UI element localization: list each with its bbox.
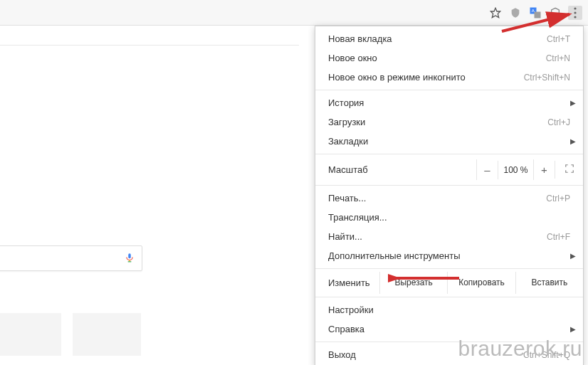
menu-shortcut: Ctrl+F xyxy=(547,232,570,242)
menu-help[interactable]: Справка ▶ xyxy=(315,319,583,339)
shield-grey-icon[interactable] xyxy=(508,6,523,20)
cut-button[interactable]: Вырезать xyxy=(379,272,447,294)
svg-text:A: A xyxy=(532,9,535,13)
menu-label: Справка xyxy=(328,324,364,334)
menu-label: Новая вкладка xyxy=(328,33,392,44)
watermark: brauzerok.ru xyxy=(458,337,582,361)
browser-toolbar: A xyxy=(0,0,588,26)
menu-separator xyxy=(315,268,583,269)
menu-label: Закладки xyxy=(328,136,368,147)
menu-print[interactable]: Печать... Ctrl+P xyxy=(315,189,583,208)
star-icon[interactable] xyxy=(488,6,503,20)
svg-point-4 xyxy=(574,7,576,9)
menu-separator xyxy=(315,297,583,297)
submenu-arrow-icon: ▶ xyxy=(570,137,576,145)
zoom-in-button[interactable]: + xyxy=(533,159,555,180)
submenu-arrow-icon: ▶ xyxy=(570,325,576,333)
menu-history[interactable]: История ▶ xyxy=(315,93,583,112)
address-strip xyxy=(0,26,299,46)
shield-outline-icon[interactable] xyxy=(548,6,562,20)
menu-edit: Изменить Вырезать Копировать Вставить xyxy=(315,272,583,294)
paste-button[interactable]: Вставить xyxy=(515,272,583,294)
menu-cast[interactable]: Трансляция... xyxy=(315,208,583,227)
mic-icon[interactable] xyxy=(125,250,135,267)
svg-rect-2 xyxy=(535,11,541,18)
menu-find[interactable]: Найти... Ctrl+F xyxy=(315,227,583,246)
search-box[interactable] xyxy=(0,245,142,271)
zoom-label: Масштаб xyxy=(328,164,476,175)
menu-separator xyxy=(315,154,583,154)
menu-label: История xyxy=(328,97,364,108)
zoom-value: 100 % xyxy=(498,161,533,179)
menu-label: Трансляция... xyxy=(328,212,387,223)
menu-new-window[interactable]: Новое окно Ctrl+N xyxy=(315,48,583,68)
svg-point-5 xyxy=(574,11,576,14)
translate-icon[interactable]: A xyxy=(528,6,542,20)
submenu-arrow-icon: ▶ xyxy=(570,252,576,260)
menu-zoom: Масштаб – 100 % + xyxy=(315,157,583,182)
menu-label: Настройки xyxy=(328,305,374,315)
svg-rect-7 xyxy=(128,253,131,258)
menu-label: Загрузки xyxy=(328,117,365,127)
menu-label: Новое окно xyxy=(328,53,377,63)
menu-downloads[interactable]: Загрузки Ctrl+J xyxy=(315,112,583,132)
menu-shortcut: Ctrl+T xyxy=(547,34,570,44)
fullscreen-button[interactable] xyxy=(555,161,583,179)
menu-settings[interactable]: Настройки xyxy=(315,300,583,319)
page-link-fragment[interactable]: на xyxy=(0,233,27,245)
menu-more-tools[interactable]: Дополнительные инструменты ▶ xyxy=(315,246,583,265)
browser-menu: Новая вкладка Ctrl+T Новое окно Ctrl+N Н… xyxy=(315,26,584,365)
kebab-icon[interactable] xyxy=(568,6,582,20)
menu-label: Новое окно в режиме инкогнито xyxy=(328,72,466,83)
menu-bookmarks[interactable]: Закладки ▶ xyxy=(315,132,583,151)
copy-button[interactable]: Копировать xyxy=(447,272,515,294)
menu-shortcut: Ctrl+N xyxy=(546,53,570,63)
menu-label: Выход xyxy=(328,349,356,360)
menu-separator xyxy=(315,185,583,186)
menu-shortcut: Ctrl+J xyxy=(547,117,570,127)
page-content-fragment: на xyxy=(0,185,27,235)
menu-shortcut: Ctrl+P xyxy=(546,194,570,203)
svg-marker-0 xyxy=(490,8,500,17)
menu-separator xyxy=(315,90,583,90)
menu-new-tab[interactable]: Новая вкладка Ctrl+T xyxy=(315,29,583,48)
submenu-arrow-icon: ▶ xyxy=(570,99,576,107)
menu-shortcut: Ctrl+Shift+N xyxy=(524,73,570,83)
menu-label: Дополнительные инструменты xyxy=(328,250,461,261)
menu-label: Найти... xyxy=(328,231,362,242)
svg-point-6 xyxy=(574,16,576,18)
menu-label: Печать... xyxy=(328,193,366,203)
shortcut-card[interactable] xyxy=(73,313,141,356)
shortcut-cards xyxy=(0,313,141,356)
zoom-out-button[interactable]: – xyxy=(476,159,498,180)
shortcut-card[interactable] xyxy=(0,313,61,356)
menu-incognito[interactable]: Новое окно в режиме инкогнито Ctrl+Shift… xyxy=(315,68,583,87)
edit-label: Изменить xyxy=(315,272,379,294)
